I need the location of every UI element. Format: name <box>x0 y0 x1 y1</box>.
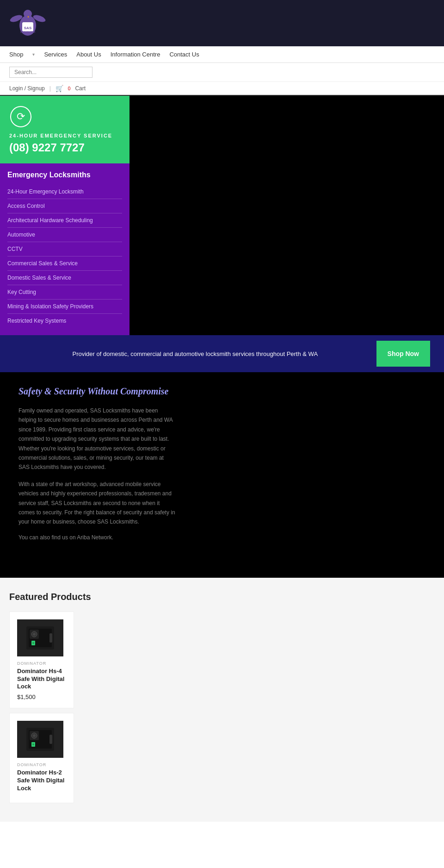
service-item-mining[interactable]: Mining & Isolation Safety Providers <box>7 300 122 314</box>
emergency-banner: ⟳ 24-HOUR EMERGENCY SERVICE (08) 9227 77… <box>0 96 130 163</box>
product-image-1 <box>17 619 63 656</box>
search-bar <box>0 63 444 82</box>
svg-rect-17 <box>49 633 52 643</box>
svg-point-14 <box>33 633 36 636</box>
cart-icon: 🛒 <box>56 85 63 92</box>
top-bar: SAS LOCKSMITHS <box>0 0 444 46</box>
svg-point-16 <box>32 642 34 644</box>
product-price-1: $1,500 <box>17 693 66 700</box>
service-item-restricted[interactable]: Restricted Key Systems <box>7 314 122 328</box>
nav-services[interactable]: Services <box>44 51 67 58</box>
service-item-cctv[interactable]: CCTV <box>7 242 122 256</box>
main-content: Safety & Security Without Compromise Fam… <box>0 372 444 578</box>
cart-count: 0 <box>68 86 71 91</box>
product-card-2[interactable]: DOMINATOR Dominator Hs-2 Safe With Digit… <box>9 713 74 803</box>
search-input[interactable] <box>9 67 92 78</box>
svg-text:⟳: ⟳ <box>17 111 25 122</box>
service-item-arch[interactable]: Architectural Hardware Scheduling <box>7 213 122 228</box>
nav-info[interactable]: Information Centre <box>111 51 160 58</box>
svg-text:SAS: SAS <box>24 26 32 30</box>
service-item-key[interactable]: Key Cutting <box>7 285 122 300</box>
product-name-1: Dominator Hs-4 Safe With Digital Lock <box>17 668 66 691</box>
ariba-text: You can also find us on Ariba Network. <box>18 534 426 541</box>
banner-strip: Provider of domestic, commercial and aut… <box>0 335 444 372</box>
login-link[interactable]: Login / Signup <box>9 85 45 92</box>
emergency-panel: ⟳ 24-HOUR EMERGENCY SERVICE (08) 9227 77… <box>0 96 130 335</box>
main-paragraph1: Family owned and operated, SAS Locksmith… <box>18 406 176 472</box>
featured-section: Featured Products DOMINATOR Dominator Hs… <box>0 578 444 822</box>
services-title: Emergency Locksmiths <box>7 171 122 179</box>
main-heading: Safety & Security Without Compromise <box>18 386 426 397</box>
svg-rect-25 <box>49 735 52 744</box>
cart-label[interactable]: Cart <box>75 85 86 92</box>
nav-bar: Shop ▾ Services About Us Information Cen… <box>0 46 444 63</box>
product-card-1[interactable]: DOMINATOR Dominator Hs-4 Safe With Digit… <box>9 612 74 709</box>
service-item-auto[interactable]: Automotive <box>7 228 122 242</box>
service-item-commercial[interactable]: Commercial Sales & Service <box>7 256 122 271</box>
featured-title: Featured Products <box>9 592 435 602</box>
nav-contact[interactable]: Contact Us <box>169 51 199 58</box>
product-brand-1: DOMINATOR <box>17 661 66 666</box>
emergency-phone: (08) 9227 7727 <box>9 141 120 154</box>
product-name-2: Dominator Hs-2 Safe With Digital Lock <box>17 769 66 793</box>
banner-text: Provider of domestic, commercial and aut… <box>14 350 376 357</box>
main-paragraph2: With a state of the art workshop, advanc… <box>18 480 176 527</box>
products-list: DOMINATOR Dominator Hs-4 Safe With Digit… <box>9 612 435 808</box>
logo: SAS LOCKSMITHS <box>9 5 46 42</box>
services-menu: Emergency Locksmiths 24-Hour Emergency L… <box>0 163 130 335</box>
nav-about[interactable]: About Us <box>76 51 101 58</box>
product-image-2 <box>17 721 63 758</box>
product-brand-2: DOMINATOR <box>17 762 66 767</box>
service-item-domestic[interactable]: Domestic Sales & Service <box>7 271 122 285</box>
nav-shop[interactable]: Shop <box>9 51 23 58</box>
svg-point-24 <box>32 743 34 745</box>
emergency-label: 24-HOUR EMERGENCY SERVICE <box>9 133 120 138</box>
emergency-icon: ⟳ <box>9 105 120 130</box>
shop-now-button[interactable]: Shop Now <box>376 341 430 367</box>
svg-text:LOCKSMITHS: LOCKSMITHS <box>20 31 36 33</box>
hero-section: ⟳ 24-HOUR EMERGENCY SERVICE (08) 9227 77… <box>0 96 444 335</box>
service-item-emergency[interactable]: 24-Hour Emergency Locksmith <box>7 185 122 199</box>
logo-area: SAS LOCKSMITHS <box>9 5 46 42</box>
account-bar: Login / Signup | 🛒 0 Cart <box>0 82 444 96</box>
svg-point-22 <box>33 734 36 737</box>
service-item-access[interactable]: Access Control <box>7 199 122 213</box>
